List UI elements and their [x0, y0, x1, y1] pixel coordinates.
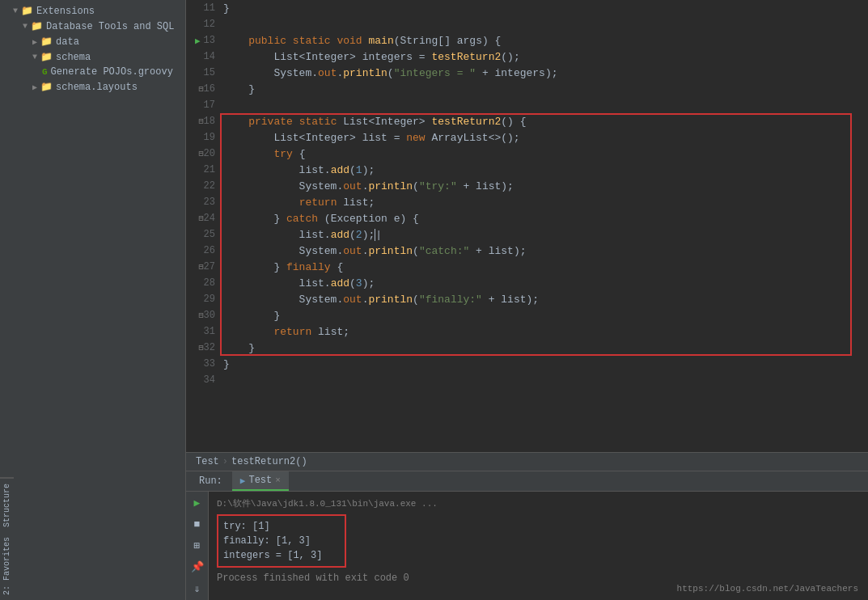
gutter-18: ⊟ 18 [186, 113, 220, 129]
tree-label: schema [56, 52, 91, 63]
line-gutter: 11 12 ▶ 13 14 15 ⊟ 16 17 [186, 0, 220, 452]
tree-item-schema-layouts[interactable]: ▶ 📁 schema.layouts [0, 79, 185, 95]
gutter-13: ▶ 13 [186, 32, 220, 49]
run-label: Run: [193, 472, 229, 490]
gutter-28: 28 [186, 275, 220, 291]
tab-close-button[interactable]: × [275, 475, 281, 485]
gutter-34: 34 [186, 372, 220, 388]
folder-icon: 📁 [21, 5, 33, 17]
code-row-18: private static List<Integer> testReturn2… [220, 113, 868, 129]
tree-item-schema[interactable]: ▼ 📁 schema [0, 49, 185, 65]
gutter-26: 26 [186, 243, 220, 259]
output-line-1: try: [1] [223, 519, 340, 534]
gutter-11: 11 [186, 0, 220, 16]
left-edge-tabs: Structure 2: Favorites [0, 477, 14, 600]
folder-icon: 📁 [40, 36, 53, 48]
tree-label: schema.layouts [56, 82, 138, 93]
breadcrumb-bar: Test › testReturn2() [186, 452, 868, 471]
breadcrumb-separator: › [222, 456, 228, 467]
tree-label: Generate POJOs.groovy [51, 66, 173, 78]
pin-button[interactable]: 📌 [188, 559, 206, 575]
code-row-17 [220, 97, 868, 113]
tree-label: data [56, 36, 79, 48]
run-button-13[interactable]: ▶ [195, 36, 201, 46]
code-row-23: return list; [220, 194, 868, 210]
panel-tab-bar: Run: ▶ Test × [186, 471, 868, 492]
code-row-27: } finally { [220, 259, 868, 275]
code-row-15: System.out.println("integers = " + integ… [220, 65, 868, 81]
code-row-32: } [220, 340, 868, 356]
gutter-29: 29 [186, 291, 220, 307]
code-row-21: list.add(1); [220, 162, 868, 178]
expand-arrow: ▼ [13, 6, 18, 15]
gutter-14: 14 [186, 49, 220, 65]
gutter-15: 15 [186, 65, 220, 81]
gutter-25: 25 [186, 226, 220, 243]
folder-icon: 📁 [40, 81, 53, 93]
code-row-31: return list; [220, 323, 868, 340]
csdn-link[interactable]: https://blog.csdn.net/JavaTeachers [677, 584, 858, 594]
gutter-30: ⊟ 30 [186, 307, 220, 323]
tree-label: Database Tools and SQL [46, 21, 174, 32]
gutter-20: ⊟ 20 [186, 146, 220, 162]
folder-icon: 📁 [31, 20, 43, 32]
code-lines[interactable]: } public static void main(String[] args)… [220, 0, 868, 452]
expand-arrow: ▶ [32, 82, 37, 92]
gutter-21: 21 [186, 162, 220, 178]
code-row-11: } [220, 0, 868, 16]
gutter-33: 33 [186, 356, 220, 372]
code-row-24: } catch (Exception e) { [220, 210, 868, 226]
code-row-12 [220, 16, 868, 32]
code-row-13: public static void main(String[] args) { [220, 32, 868, 49]
gutter-12: 12 [186, 16, 220, 32]
gutter-19: 19 [186, 129, 220, 146]
output-line-2: finally: [1, 3] [223, 534, 340, 548]
main-editor-area: 11 12 ▶ 13 14 15 ⊟ 16 17 [186, 0, 868, 600]
code-editor: 11 12 ▶ 13 14 15 ⊟ 16 17 [186, 0, 868, 471]
code-row-33: } [220, 356, 868, 372]
rerun-button[interactable]: ▶ [188, 495, 206, 511]
file-tree-sidebar: ▼ 📁 Extensions ▼ 📁 Database Tools and SQ… [0, 0, 186, 600]
code-row-20: try { [220, 146, 868, 162]
expand-arrow: ▶ [32, 37, 37, 47]
groovy-file-icon: G [42, 67, 48, 77]
folder-icon: 📁 [40, 51, 53, 63]
code-row-19: List<Integer> list = new ArrayList<>(); [220, 129, 868, 146]
tree-item-extensions[interactable]: ▼ 📁 Extensions [0, 3, 185, 19]
code-row-29: System.out.println("finally:" + list); [220, 291, 868, 307]
command-line: D:\软件\Java\jdk1.8.0_131\bin\java.exe ... [217, 496, 860, 511]
gutter-31: 31 [186, 323, 220, 340]
process-exit-message: Process finished with exit code 0 [217, 573, 409, 584]
tab-test[interactable]: ▶ Test × [232, 471, 289, 491]
code-row-34 [220, 372, 868, 388]
expand-arrow: ▼ [23, 22, 28, 31]
code-row-14: List<Integer> integers = testReturn2(); [220, 49, 868, 65]
gutter-27: ⊟ 27 [186, 259, 220, 275]
scroll-end-button[interactable]: ⇓ [188, 581, 206, 597]
code-row-22: System.out.println("try:" + list); [220, 178, 868, 194]
tree-item-database-tools[interactable]: ▼ 📁 Database Tools and SQL [0, 19, 185, 34]
gutter-17: 17 [186, 97, 220, 113]
gutter-23: 23 [186, 194, 220, 210]
structure-tab[interactable]: Structure [0, 478, 14, 532]
gutter-32: ⊟ 32 [186, 340, 220, 356]
code-row-30: } [220, 307, 868, 323]
code-row-16: } [220, 81, 868, 97]
gutter-24: ⊟ 24 [186, 210, 220, 226]
output-highlight-box: try: [1] finally: [1, 3] integers = [1, … [217, 514, 346, 568]
tree-label: Extensions [36, 6, 95, 17]
code-row-25: list.add(2);| [220, 226, 868, 243]
tree-item-groovy-file[interactable]: G Generate POJOs.groovy [0, 65, 185, 79]
restore-layout-button[interactable]: ⊞ [188, 538, 206, 554]
breadcrumb-method[interactable]: testReturn2() [231, 456, 307, 467]
code-row-28: list.add(3); [220, 275, 868, 291]
file-tree: ▼ 📁 Extensions ▼ 📁 Database Tools and SQ… [0, 0, 185, 600]
panel-toolbar: ▶ ■ ⊞ 📌 ⇓ [186, 492, 209, 600]
expand-arrow: ▼ [32, 53, 37, 61]
output-line-3: integers = [1, 3] [223, 548, 340, 563]
tree-item-data[interactable]: ▶ 📁 data [0, 34, 185, 49]
favorites-tab[interactable]: 2: Favorites [0, 532, 14, 600]
bottom-panel: Run: ▶ Test × ▶ ■ ⊞ 📌 ⇓ D:\软件\Ja [186, 471, 868, 600]
stop-button[interactable]: ■ [188, 516, 206, 532]
breadcrumb-test[interactable]: Test [196, 456, 219, 467]
